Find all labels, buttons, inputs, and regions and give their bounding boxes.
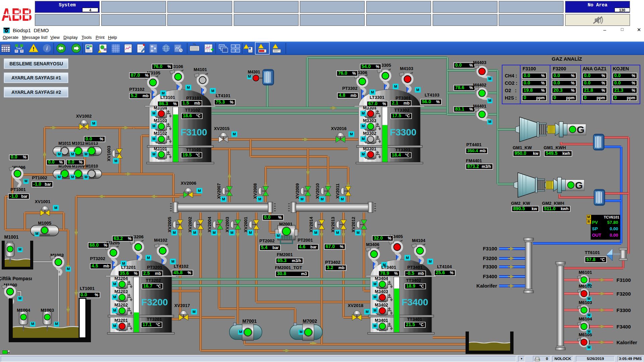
svg-text:TT3301: TT3301 [395,147,411,152]
svg-text:4.5: 4.5 [92,263,98,268]
svg-text:M: M [152,152,155,156]
svg-text:F3400: F3400 [616,324,631,329]
svg-text:M: M [193,310,196,314]
svg-text:M: M [362,111,365,115]
svg-text:0: 0 [614,95,617,100]
svg-text:M7001: M7001 [243,318,257,324]
svg-text:G: G [577,124,584,135]
svg-text:M: M [301,197,304,201]
svg-text:35.6: 35.6 [120,270,129,276]
svg-text:AYARLAR SAYFASI #2: AYARLAR SAYFASI #2 [11,89,61,95]
svg-text:65.3: 65.3 [277,258,286,263]
svg-text:M6104: M6104 [579,316,592,321]
svg-text:TT3201: TT3201 [147,317,162,322]
svg-text:ppm: ppm [597,96,605,100]
svg-text:M1001: M1001 [4,234,19,240]
svg-text:-1.0: -1.0 [33,181,41,187]
svg-text:F3400: F3400 [483,274,497,279]
svg-text:H2S :: H2S : [505,95,517,101]
svg-text:M: M [58,152,61,156]
svg-text:°C: °C [419,322,424,327]
svg-text:549.5: 549.5 [546,150,557,156]
svg-text:76.0: 76.0 [153,64,162,69]
svg-text:F3200: F3200 [483,255,497,261]
svg-text:°C: °C [196,114,201,118]
svg-text:OUT: OUT [592,233,601,238]
svg-text:0.0: 0.0 [614,80,621,85]
svg-text:M: M [173,231,176,235]
svg-text:LT4101: LT4101 [216,93,230,98]
svg-text:M: M [35,232,38,236]
svg-text:M: M [152,137,155,141]
svg-text:M1003: M1003 [41,308,54,313]
svg-text:M: M [31,322,34,326]
svg-text:BESLEME SENARYOSU: BESLEME SENARYOSU [9,61,63,66]
svg-text:M1004: M1004 [17,308,31,313]
svg-text:M: M [373,295,376,299]
svg-text:mb: mb [404,101,410,106]
svg-text:57.8: 57.8 [586,257,595,262]
svg-text:PT3402: PT3402 [325,260,340,265]
svg-text:F3100: F3100 [523,66,536,71]
svg-text:F3300: F3300 [616,307,631,313]
svg-text:XV1003: XV1003 [106,146,111,161]
svg-text:1.5: 1.5 [182,100,189,106]
svg-text:GM1_KWH: GM1_KWH [544,145,566,150]
svg-text:F3100: F3100 [483,246,497,251]
svg-text:4.6: 4.6 [299,244,306,249]
svg-text:PT3401: PT3401 [407,265,423,270]
svg-text:M: M [193,231,196,235]
svg-text:0.0: 0.0 [68,159,74,165]
svg-text:0: 0 [584,95,587,100]
svg-text:%: % [23,155,26,160]
svg-text:M: M [54,206,57,210]
svg-text:2.1: 2.1 [392,100,398,106]
svg-text:%: % [541,73,545,78]
svg-text:M: M [113,282,116,286]
svg-text:0.0: 0.0 [553,73,560,78]
svg-text:950.0: 950.0 [515,150,526,156]
svg-text:M: M [230,231,233,235]
svg-text:LT4103: LT4103 [425,93,439,98]
svg-text:%: % [145,73,149,78]
svg-text:56.0: 56.0 [422,99,431,104]
svg-text:Kalorifer: Kalorifer [476,283,497,289]
svg-text:17.1: 17.1 [143,322,152,327]
svg-text:LT1001: LT1001 [80,286,95,291]
svg-text:86.3: 86.3 [159,101,168,106]
svg-text:M: M [371,90,374,94]
svg-text:%: % [632,81,635,85]
svg-text:GM1_KW: GM1_KW [513,145,532,150]
svg-text:M: M [71,152,74,156]
svg-text:%: % [450,270,453,275]
svg-text:M1011: M1011 [58,141,71,146]
svg-text:M: M [341,197,344,201]
svg-text:%: % [571,81,575,85]
svg-text:KOJEN: KOJEN [613,66,629,71]
svg-text:mb: mb [194,101,200,106]
svg-text:TT3402: TT3402 [406,278,421,283]
svg-text:M: M [488,77,491,81]
svg-text:%: % [469,107,473,112]
svg-text:M6103: M6103 [579,300,592,305]
svg-text:0.0: 0.0 [584,80,591,85]
svg-text:M: M [18,247,21,251]
svg-text:M: M [71,175,74,179]
svg-text:30.8: 30.8 [277,271,286,276]
svg-text:F3100: F3100 [180,127,207,137]
svg-text:M4301: M4301 [248,70,260,74]
svg-text:%: % [388,236,391,241]
svg-text:bar: bar [272,245,279,250]
svg-text:M4103: M4103 [400,66,413,71]
svg-text:M: M [113,308,116,312]
svg-text:SP: SP [592,226,598,231]
svg-text:M: M [147,256,150,260]
svg-text:M6105: M6105 [579,332,592,337]
svg-text:M1005: M1005 [38,221,51,226]
svg-text:%: % [382,102,386,106]
svg-text:ANA GAZ1: ANA GAZ1 [583,66,606,71]
svg-text:19.5: 19.5 [182,152,192,158]
svg-text:GAZ ANALİZ: GAZ ANALİZ [552,56,582,62]
svg-text:M: M [362,124,365,128]
svg-text:LT3301: LT3301 [370,95,384,100]
